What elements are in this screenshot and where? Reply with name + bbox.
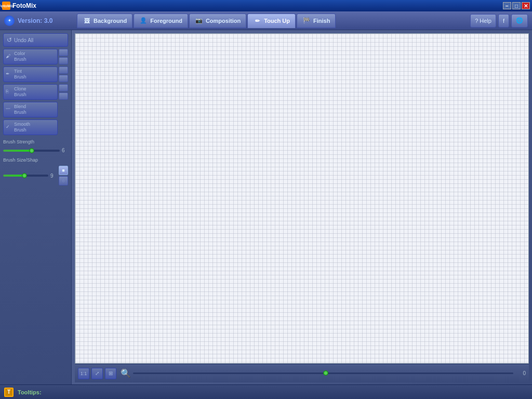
brush-size-label: Brush Size/Shap (3, 157, 68, 163)
titlebar-controls: − □ ✕ (503, 2, 530, 9)
nav-tabs: 🖼 Background 👤 Foreground 📷 Composition … (77, 14, 470, 28)
smooth-brush-row: ✓ Smooth Brush (3, 119, 68, 135)
composition-tab-label: Composition (206, 18, 241, 24)
canvas-area: 1:1 ⤢ ⊞ 🔍 0 (72, 30, 532, 384)
undo-label: Undo All (14, 37, 33, 43)
tint-brush-button[interactable]: ✒ Tint Brush (3, 66, 58, 82)
close-button[interactable]: ✕ (522, 2, 530, 9)
clone-brush-side (59, 84, 68, 100)
foreground-tab-label: Foreground (150, 18, 182, 24)
top-bar: ✦ Version: 3.0 🖼 Background 👤 Foreground… (0, 11, 532, 30)
clone-brush-row: ⎘ Clone Brush (3, 84, 68, 100)
color-brush-option1[interactable] (59, 49, 68, 56)
zoom-fit-all-button[interactable]: ⤢ (91, 368, 103, 379)
logo-icon: ✦ (4, 16, 15, 26)
zoom-value: 0 (515, 370, 526, 376)
brush-strength-track[interactable] (3, 150, 60, 152)
canvas-wrapper[interactable] (75, 33, 529, 364)
clone-brush-option2[interactable] (59, 92, 68, 100)
color-brush-button[interactable]: 🖌 Color Brush (3, 49, 58, 64)
web-button[interactable]: 🌐 (511, 14, 528, 28)
help-label: Help (480, 18, 491, 24)
tab-foreground[interactable]: 👤 Foreground (134, 14, 188, 28)
brush-size-thumb[interactable] (22, 173, 27, 178)
undo-icon: ↺ (7, 36, 12, 44)
brush-shape-circle[interactable]: ○ (59, 176, 68, 185)
canvas-grid (75, 34, 528, 363)
tab-touchup[interactable]: ✏ Touch Up (247, 14, 296, 28)
tab-background[interactable]: 🖼 Background (77, 14, 132, 28)
background-tab-label: Background (94, 18, 127, 24)
minimize-button[interactable]: − (503, 2, 511, 9)
composition-tab-icon: 📷 (195, 17, 203, 24)
brush-strength-value: 6 (62, 148, 68, 153)
brush-shape-square[interactable]: ■ (59, 166, 68, 175)
finish-tab-label: Finish (313, 18, 330, 24)
blend-brush-icon: 〰 (6, 107, 12, 113)
blend-brush-row: 〰 Blend Brush (3, 102, 68, 117)
facebook-button[interactable]: f (498, 14, 509, 28)
tooltips-label: Tooltips: (18, 389, 42, 395)
touchup-tab-label: Touch Up (264, 18, 290, 24)
smooth-brush-button[interactable]: ✓ Smooth Brush (3, 119, 58, 135)
color-brush-row: 🖌 Color Brush (3, 49, 68, 64)
zoom-fit-all-icon: ⤢ (95, 370, 99, 376)
tint-brush-row: ✒ Tint Brush (3, 66, 68, 82)
tab-composition[interactable]: 📷 Composition (189, 14, 246, 28)
foreground-tab-icon: 👤 (139, 17, 148, 24)
bottom-toolbar: 1:1 ⤢ ⊞ 🔍 0 (75, 364, 529, 382)
brush-size-value: 9 (50, 173, 57, 179)
clone-brush-button[interactable]: ⎘ Clone Brush (3, 84, 58, 100)
web-icon: 🌐 (516, 17, 523, 24)
tab-finish[interactable]: 🏁 Finish (297, 14, 336, 28)
tint-brush-icon: ✒ (6, 71, 12, 77)
clone-brush-option1[interactable] (59, 84, 68, 91)
undo-button[interactable]: ↺ Undo All (3, 33, 68, 47)
touchup-tab-icon: ✏ (253, 17, 261, 24)
clone-brush-icon: ⎘ (6, 89, 12, 95)
tint-brush-option2[interactable] (59, 75, 68, 82)
background-tab-icon: 🖼 (83, 17, 91, 24)
clone-brush-label: Clone Brush (14, 86, 26, 98)
help-button[interactable]: ? Help (470, 14, 496, 28)
zoom-fit-icon: 1:1 (81, 371, 87, 376)
window-title: FotoMix (12, 2, 36, 9)
finish-tab-icon: 🏁 (302, 17, 311, 24)
blend-brush-label: Blend Brush (14, 104, 26, 115)
tint-brush-option1[interactable] (59, 66, 68, 74)
color-brush-option2[interactable] (59, 57, 68, 64)
color-brush-icon: 🖌 (6, 54, 12, 60)
color-brush-side (59, 49, 68, 64)
zoom-grid-button[interactable]: ⊞ (105, 368, 116, 379)
zoom-fit-button[interactable]: 1:1 (78, 368, 89, 379)
app-icon: FotoMix (2, 2, 10, 10)
right-buttons: ? Help f 🌐 (470, 14, 528, 28)
blend-brush-button[interactable]: 〰 Blend Brush (3, 102, 58, 117)
smooth-brush-icon: ✓ (6, 124, 12, 130)
zoom-slider-thumb[interactable] (323, 370, 328, 376)
help-icon: ? (475, 18, 478, 24)
zoom-grid-icon: ⊞ (109, 370, 113, 376)
brush-size-track[interactable] (3, 175, 48, 177)
status-bar: T Tooltips: (0, 384, 532, 399)
maximize-button[interactable]: □ (512, 2, 521, 9)
status-icon: T (4, 388, 14, 397)
smooth-brush-label: Smooth Brush (14, 122, 30, 133)
facebook-icon: f (503, 18, 504, 24)
zoom-slider-container (133, 368, 513, 379)
brush-strength-thumb[interactable] (29, 148, 34, 153)
brush-strength-label: Brush Strength (3, 139, 68, 144)
title-bar: FotoMix FotoMix − □ ✕ (0, 0, 532, 11)
titlebar-left: FotoMix FotoMix (2, 2, 36, 10)
main-container: ✦ Version: 3.0 🖼 Background 👤 Foreground… (0, 11, 532, 399)
content-area: ↺ Undo All 🖌 Color Brush ✒ Tint Brush (0, 30, 532, 384)
version-text: Version: 3.0 (18, 17, 52, 24)
brush-strength-fill (3, 150, 32, 152)
zoom-slider-track[interactable] (133, 373, 513, 374)
brush-size-fill (3, 175, 23, 177)
tint-brush-side (59, 66, 68, 82)
brush-size-slider-row: 9 ■ ○ (3, 166, 68, 185)
tint-brush-label: Tint Brush (14, 69, 26, 80)
color-brush-label: Color Brush (14, 51, 26, 62)
brush-strength-slider-row: 6 (3, 148, 68, 153)
